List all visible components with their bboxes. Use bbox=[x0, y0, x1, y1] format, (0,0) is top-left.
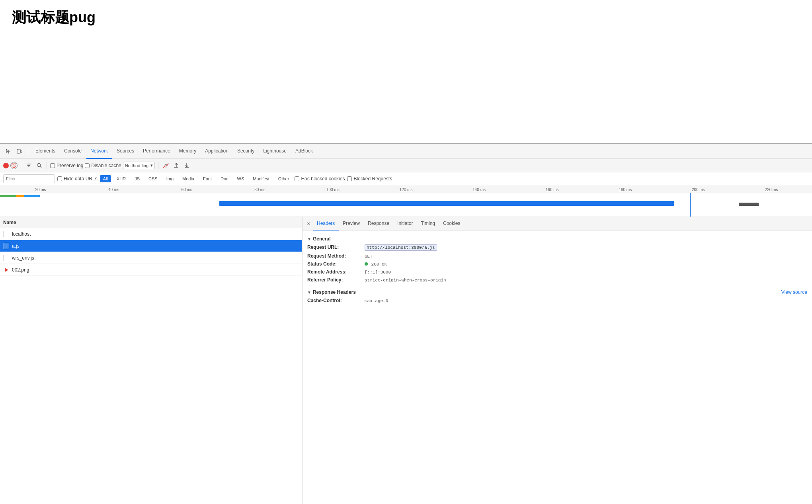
timeline-bar-green bbox=[0, 195, 16, 197]
details-content: ▼ General Request URL: http://localhost:… bbox=[303, 231, 812, 504]
tab-sources[interactable]: Sources bbox=[113, 144, 138, 159]
filter-ws-button[interactable]: WS bbox=[234, 175, 248, 182]
status-green-dot bbox=[365, 262, 368, 266]
tab-elements[interactable]: Elements bbox=[31, 144, 59, 159]
record-button[interactable] bbox=[3, 163, 9, 168]
ruler-mark-100: 100 ms bbox=[326, 188, 340, 193]
details-tab-preview[interactable]: Preview bbox=[339, 217, 364, 231]
file-item-png[interactable]: 002.png bbox=[0, 264, 302, 276]
ruler-mark-200: 200 ms bbox=[692, 188, 705, 193]
details-tab-cookies[interactable]: Cookies bbox=[439, 217, 464, 231]
tab-network[interactable]: Network bbox=[86, 144, 112, 159]
cache-control-value: max-age=0 bbox=[365, 299, 388, 303]
cursor-icon[interactable] bbox=[3, 146, 14, 156]
request-url-key: Request URL: bbox=[307, 244, 363, 250]
tab-application[interactable]: Application bbox=[201, 144, 232, 159]
request-url-value[interactable]: http://localhost:3000/a.js bbox=[365, 244, 437, 251]
disable-cache-checkbox[interactable] bbox=[85, 163, 90, 168]
file-item-ajs[interactable]: a.js bbox=[0, 240, 302, 252]
filter-manifest-button[interactable]: Manifest bbox=[250, 175, 273, 182]
timeline-bar-end bbox=[739, 203, 759, 206]
filter-icon[interactable] bbox=[24, 161, 33, 170]
file-name-png: 002.png bbox=[12, 267, 29, 273]
response-headers-triangle[interactable]: ▼ bbox=[307, 290, 311, 295]
svg-point-5 bbox=[37, 164, 40, 167]
ruler-mark-220: 220 ms bbox=[765, 188, 778, 193]
file-item-localhost[interactable]: localhost bbox=[0, 228, 302, 240]
filter-doc-button[interactable]: Doc bbox=[217, 175, 232, 182]
throttle-select[interactable]: No throttling ▾ bbox=[123, 162, 155, 169]
details-tab-response[interactable]: Response bbox=[364, 217, 393, 231]
svg-line-6 bbox=[40, 166, 41, 168]
general-section-header: ▼ General bbox=[307, 234, 807, 243]
filter-input[interactable] bbox=[3, 174, 55, 183]
network-toolbar: 🚫 Preserve log Disable cache No throttl bbox=[0, 159, 812, 172]
file-list-header: Name bbox=[0, 217, 302, 228]
ruler-mark-140: 140 ms bbox=[472, 188, 486, 193]
blocked-requests-label[interactable]: Blocked Requests bbox=[347, 176, 392, 182]
file-icon-localhost bbox=[3, 231, 10, 237]
preserve-log-label[interactable]: Preserve log bbox=[50, 163, 83, 168]
toolbar-separator-3 bbox=[158, 162, 158, 169]
request-method-key: Request Method: bbox=[307, 253, 363, 259]
wifi-icon[interactable] bbox=[162, 161, 170, 170]
file-item-wrs[interactable]: wrs_env.js bbox=[0, 252, 302, 264]
has-blocked-cookies-checkbox[interactable] bbox=[295, 176, 299, 181]
details-tab-headers[interactable]: Headers bbox=[313, 217, 339, 231]
details-close-button[interactable]: × bbox=[304, 219, 313, 228]
filter-all-button[interactable]: All bbox=[100, 175, 111, 182]
tab-security[interactable]: Security bbox=[233, 144, 258, 159]
general-triangle[interactable]: ▼ bbox=[307, 237, 311, 241]
tab-adblock[interactable]: AdBlock bbox=[291, 144, 317, 159]
referrer-policy-row: Referrer Policy: strict-origin-when-cros… bbox=[307, 276, 807, 284]
remote-address-key: Remote Address: bbox=[307, 269, 363, 275]
device-icon[interactable] bbox=[14, 146, 25, 156]
filter-font-button[interactable]: Font bbox=[200, 175, 215, 182]
clear-button[interactable]: 🚫 bbox=[10, 162, 18, 169]
filter-css-button[interactable]: CSS bbox=[145, 175, 161, 182]
tab-separator bbox=[28, 147, 28, 155]
ruler-mark-180: 180 ms bbox=[619, 188, 632, 193]
filter-js-button[interactable]: JS bbox=[131, 175, 143, 182]
search-icon[interactable] bbox=[35, 161, 43, 170]
disable-cache-label[interactable]: Disable cache bbox=[85, 163, 121, 168]
timeline-area: 20 ms 40 ms 60 ms 80 ms 100 ms 120 ms 14… bbox=[0, 185, 812, 217]
cache-control-row: Cache-Control: max-age=0 bbox=[307, 297, 807, 305]
doc-icon-ajs bbox=[4, 243, 9, 249]
has-blocked-cookies-label[interactable]: Has blocked cookies bbox=[295, 176, 345, 182]
tab-console[interactable]: Console bbox=[60, 144, 86, 159]
details-tab-timing[interactable]: Timing bbox=[417, 217, 439, 231]
timeline-tracks bbox=[0, 193, 812, 217]
cache-control-key: Cache-Control: bbox=[307, 298, 363, 303]
doc-icon bbox=[4, 231, 9, 237]
toolbar-separator-1 bbox=[21, 162, 21, 169]
ruler-mark-80: 80 ms bbox=[254, 188, 265, 193]
tab-memory[interactable]: Memory bbox=[175, 144, 200, 159]
devtools-tabs-bar: Elements Console Network Sources Perform… bbox=[0, 144, 812, 159]
filter-media-button[interactable]: Media bbox=[179, 175, 197, 182]
blocked-requests-checkbox[interactable] bbox=[347, 176, 352, 181]
view-source-link[interactable]: View source bbox=[781, 289, 807, 295]
tab-performance[interactable]: Performance bbox=[139, 144, 174, 159]
referrer-policy-key: Referrer Policy: bbox=[307, 277, 363, 283]
response-headers-section-header: ▼ Response Headers View source bbox=[307, 287, 807, 297]
filter-other-button[interactable]: Other bbox=[275, 175, 293, 182]
main-content: Name localhost a.js wrs_env.js bbox=[0, 217, 812, 504]
timeline-bar-orange bbox=[16, 195, 24, 197]
details-tab-initiator[interactable]: Initiator bbox=[393, 217, 417, 231]
timeline-bar-main bbox=[219, 201, 674, 206]
svg-rect-1 bbox=[21, 150, 22, 152]
tab-lighthouse[interactable]: Lighthouse bbox=[259, 144, 291, 159]
download-icon[interactable] bbox=[182, 161, 191, 170]
page-title: 测试标题pug bbox=[12, 8, 800, 27]
preserve-log-checkbox[interactable] bbox=[50, 163, 55, 168]
filter-xhr-button[interactable]: XHR bbox=[113, 175, 129, 182]
hide-data-urls-checkbox[interactable] bbox=[57, 176, 62, 181]
hide-data-urls-label[interactable]: Hide data URLs bbox=[57, 176, 98, 182]
remote-address-row: Remote Address: [::1]:3000 bbox=[307, 268, 807, 276]
timeline-ruler: 20 ms 40 ms 60 ms 80 ms 100 ms 120 ms 14… bbox=[0, 185, 812, 193]
filter-img-button[interactable]: Img bbox=[163, 175, 177, 182]
ruler-mark-20: 20 ms bbox=[35, 188, 46, 193]
page-area: 测试标题pug bbox=[0, 0, 812, 143]
upload-icon[interactable] bbox=[172, 161, 181, 170]
